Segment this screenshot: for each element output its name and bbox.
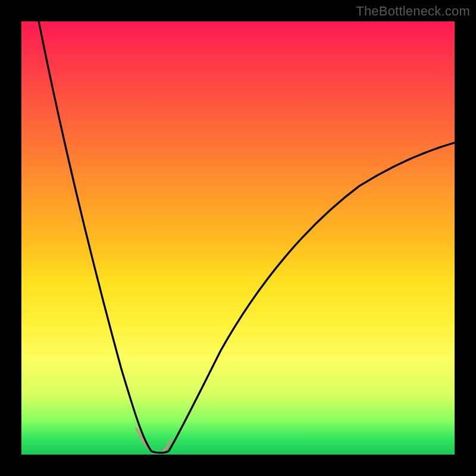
watermark-text: TheBottleneck.com bbox=[356, 4, 470, 19]
plot-area bbox=[21, 21, 455, 455]
bottleneck-curve bbox=[39, 21, 455, 453]
valley-highlight bbox=[136, 428, 171, 452]
curve-layer bbox=[21, 21, 455, 455]
chart-frame: TheBottleneck.com bbox=[0, 0, 476, 476]
